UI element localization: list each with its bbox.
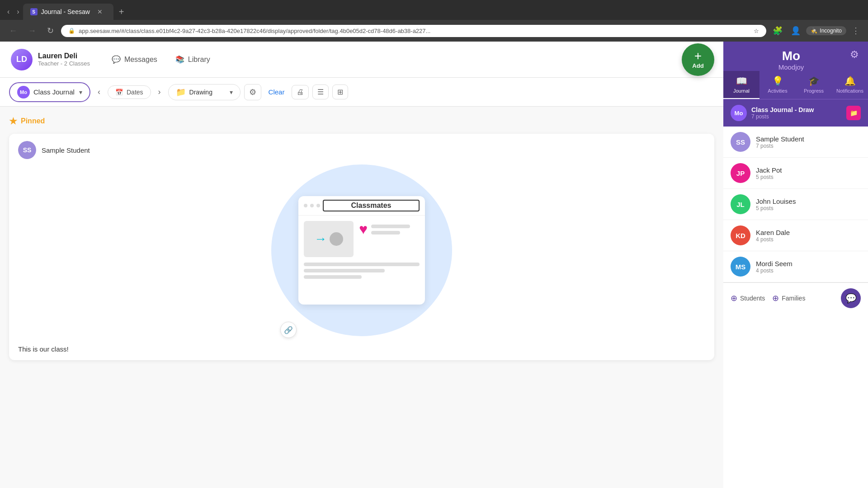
library-icon: 📚 xyxy=(175,55,184,64)
post-avatar: SS xyxy=(18,141,36,159)
list-view-btn[interactable]: ☰ xyxy=(312,84,329,99)
header-nav: 💬 Messages 📚 Library xyxy=(104,52,217,67)
plus-circle-icon-2: ⊕ xyxy=(772,293,779,303)
panel-section-mo-avatar: Mo xyxy=(731,105,747,121)
chat-btn[interactable]: 💬 xyxy=(841,288,861,308)
chevron-down-icon: ▾ xyxy=(79,89,82,96)
clear-btn[interactable]: Clear xyxy=(265,85,288,99)
class-select[interactable]: Mo Class Journal ▾ xyxy=(9,82,90,102)
user-name: Lauren Deli xyxy=(38,52,90,60)
lock-icon: 🔒 xyxy=(68,28,75,34)
student-avatar-3: KD xyxy=(731,225,750,245)
tab-back-btn[interactable]: ‹ xyxy=(4,8,13,16)
line-bars xyxy=(371,225,420,235)
profile-btn[interactable]: 👤 xyxy=(788,24,803,38)
activities-tab-label: Activities xyxy=(768,88,787,94)
list-item[interactable]: KD Karen Dale 4 posts xyxy=(723,220,868,251)
dates-picker[interactable]: 📅 Dates xyxy=(108,85,151,99)
incognito-label: Incognito xyxy=(820,28,842,34)
student-posts-3: 4 posts xyxy=(756,236,790,243)
grid-view-btn[interactable]: ⊞ xyxy=(332,84,348,99)
tab-journal[interactable]: 📖 Journal xyxy=(723,78,760,99)
messages-icon: 💬 xyxy=(112,55,121,64)
panel-section-header[interactable]: Mo Class Journal - Draw 7 posts 📁 xyxy=(723,99,868,127)
classmates-left: → xyxy=(304,221,354,257)
student-posts-4: 4 posts xyxy=(756,267,793,274)
list-item[interactable]: SS Sample Student 7 posts xyxy=(723,127,868,158)
tab-title: Journal - Seesaw xyxy=(41,8,90,15)
reload-btn[interactable]: ↻ xyxy=(43,24,57,38)
forward-btn[interactable]: → xyxy=(24,24,40,38)
dates-forward-btn[interactable]: › xyxy=(155,85,165,99)
panel-tabs: 📖 Journal 💡 Activities 🎓 Progress 🔔 Noti… xyxy=(723,78,868,99)
dot-1 xyxy=(304,204,307,207)
plus-icon: + xyxy=(694,50,702,62)
messages-label: Messages xyxy=(124,56,157,64)
main-area: Mo Class Journal ▾ ‹ 📅 Dates › 📁 Drawing… xyxy=(0,78,868,488)
student-posts-2: 5 posts xyxy=(756,205,796,211)
tab-progress[interactable]: 🎓 Progress xyxy=(796,78,832,99)
student-name-4: Mordi Seem xyxy=(756,260,793,267)
families-label: Families xyxy=(782,295,805,302)
tab-notifications[interactable]: 🔔 Notifications xyxy=(832,78,868,99)
progress-tab-icon: 🎓 xyxy=(808,78,820,86)
post-card: SS Sample Student Classmates xyxy=(9,134,714,360)
new-tab-btn[interactable]: + xyxy=(113,7,130,17)
add-label: Add xyxy=(692,62,703,69)
nav-right-buttons: 🧩 👤 🕵 Incognito ⋮ xyxy=(770,24,863,38)
list-item[interactable]: JP Jack Pot 5 posts xyxy=(723,158,868,189)
class-select-mo: Mo xyxy=(17,86,30,99)
add-button[interactable]: + Add xyxy=(682,43,714,76)
active-tab[interactable]: S Journal - Seesaw ✕ xyxy=(23,4,113,20)
library-btn[interactable]: 📚 Library xyxy=(168,52,217,67)
incognito-badge[interactable]: 🕵 Incognito xyxy=(806,26,846,35)
panel-section-posts: 7 posts xyxy=(751,113,842,120)
bottom-line-2 xyxy=(304,269,385,272)
tab-close-btn[interactable]: ✕ xyxy=(97,8,103,15)
panel-section-info: Class Journal - Draw 7 posts xyxy=(751,106,842,120)
address-bar[interactable]: 🔒 app.seesaw.me/#/class/class.e01bf4c2-9… xyxy=(61,25,766,37)
activities-tab-icon: 💡 xyxy=(772,78,783,86)
star-icon: ☆ xyxy=(754,28,759,34)
classmates-title-bar: Classmates xyxy=(298,196,425,216)
dot-3 xyxy=(316,204,320,207)
journal-tab-label: Journal xyxy=(733,88,750,94)
extensions-btn[interactable]: 🧩 xyxy=(770,24,785,38)
student-name-1: Jack Pot xyxy=(756,166,782,174)
notifications-tab-label: Notifications xyxy=(836,88,863,94)
student-info-0: Sample Student 7 posts xyxy=(756,135,804,149)
back-btn[interactable]: ← xyxy=(5,24,21,38)
tab-activities[interactable]: 💡 Activities xyxy=(760,78,796,99)
plus-circle-icon: ⊕ xyxy=(731,293,737,303)
filter-btn[interactable]: ⚙ xyxy=(244,84,261,100)
avatar-placeholder: LD xyxy=(11,49,33,70)
panel-footer: ⊕ Students ⊕ Families 💬 xyxy=(723,282,868,314)
menu-btn[interactable]: ⋮ xyxy=(849,24,863,38)
add-students-btn[interactable]: ⊕ Students xyxy=(731,293,765,303)
messages-btn[interactable]: 💬 Messages xyxy=(104,52,165,67)
panel-section-title: Class Journal - Draw xyxy=(751,106,842,113)
dates-label: Dates xyxy=(127,89,143,96)
list-item[interactable]: MS Mordi Seem 4 posts xyxy=(723,251,868,282)
user-info: LD Lauren Deli Teacher - 2 Classes xyxy=(11,49,90,70)
folder-icon: 📁 xyxy=(176,87,186,97)
student-info-2: John Louises 5 posts xyxy=(756,197,796,211)
list-item[interactable]: JL John Louises 5 posts xyxy=(723,189,868,220)
section-title-text: Class Journal xyxy=(751,106,793,113)
bottom-line-1 xyxy=(304,263,420,266)
panel-section-folder-icon[interactable]: 📁 xyxy=(846,106,861,120)
tab-forward-btn[interactable]: › xyxy=(13,8,23,16)
print-btn[interactable]: 🖨 xyxy=(292,85,309,99)
folder-select[interactable]: 📁 Drawing ▾ xyxy=(168,84,241,100)
address-text: app.seesaw.me/#/class/class.e01bf4c2-9a2… xyxy=(79,28,750,34)
classmates-title: Classmates xyxy=(323,200,420,211)
section-subtitle-draw: - Draw xyxy=(795,106,814,113)
dates-back-btn[interactable]: ‹ xyxy=(94,85,104,99)
right-panel: Mo Moodjoy ⚙ 📖 Journal 💡 Activities 🎓 Pr… xyxy=(723,78,868,488)
student-info-1: Jack Pot 5 posts xyxy=(756,166,782,180)
student-info-4: Mordi Seem 4 posts xyxy=(756,260,793,274)
notifications-tab-icon: 🔔 xyxy=(844,78,856,86)
heart-row: ♥ xyxy=(359,221,420,238)
add-families-btn[interactable]: ⊕ Families xyxy=(772,293,805,303)
link-icon-btn[interactable]: 🔗 xyxy=(280,322,297,338)
